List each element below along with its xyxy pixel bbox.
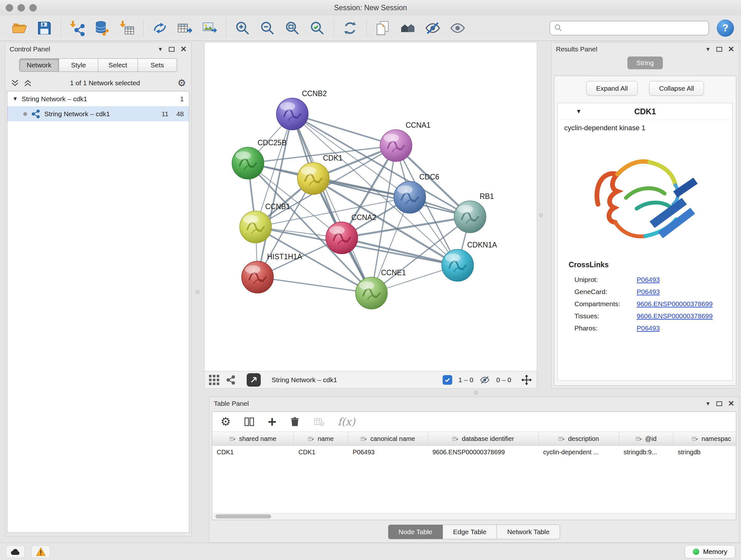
table-cell[interactable]: CDK1 — [294, 446, 348, 459]
warnings-button[interactable] — [31, 545, 51, 558]
expand-all-button[interactable]: Expand All — [586, 81, 637, 96]
column-header-shared-name[interactable]: shared name — [212, 432, 294, 446]
network-node-ccna2[interactable] — [326, 222, 358, 254]
panel-close-icon[interactable]: ✕ — [728, 45, 734, 53]
table-cell[interactable]: stringdb — [673, 446, 736, 459]
network-node-rb1[interactable] — [454, 201, 486, 233]
panel-float-icon[interactable] — [169, 47, 175, 52]
selected-checkbox-icon[interactable] — [443, 375, 452, 385]
search-input[interactable] — [565, 24, 704, 32]
crosslink-pharos[interactable]: P06493 — [636, 324, 660, 332]
table-settings-gear-icon[interactable]: ⚙ — [220, 416, 231, 428]
panel-float-icon[interactable] — [717, 47, 722, 52]
panel-collapse-icon[interactable]: ▼ — [705, 401, 711, 407]
copy-document-button[interactable] — [370, 17, 395, 39]
table-cell[interactable]: 9606.ENSP00000378699 — [428, 446, 539, 459]
column-header-canonical-name[interactable]: canonical name — [348, 432, 428, 446]
panel-collapse-icon[interactable]: ▼ — [158, 47, 163, 52]
tab-select[interactable]: Select — [98, 58, 138, 72]
save-session-button[interactable] — [32, 17, 57, 39]
column-header-description[interactable]: description — [539, 432, 619, 446]
share-network-icon[interactable] — [226, 375, 236, 385]
scrollbar-thumb[interactable] — [215, 514, 271, 518]
apply-layout-button[interactable] — [338, 17, 362, 39]
panel-close-icon[interactable]: ✕ — [728, 400, 734, 408]
horizontal-scrollbar[interactable] — [212, 513, 736, 520]
help-button[interactable]: ? — [717, 19, 734, 37]
network-edge[interactable] — [342, 238, 458, 265]
tab-edge-table[interactable]: Edge Table — [443, 524, 497, 539]
network-node-cdkn1a[interactable] — [442, 249, 474, 281]
network-canvas[interactable]: CCNB2CCNA1CDC25BCDK1CDC6RB1CCNB1CCNA2CDK… — [204, 42, 537, 371]
network-node-ccna1[interactable] — [380, 130, 412, 162]
export-image-button[interactable] — [197, 17, 222, 39]
column-header-name[interactable]: name — [294, 432, 348, 446]
network-node-ccne1[interactable] — [355, 277, 387, 309]
splitter-handle[interactable] — [196, 290, 199, 294]
network-edge[interactable] — [292, 114, 396, 145]
network-node-cdc6[interactable] — [394, 181, 426, 213]
splitter-handle[interactable] — [474, 391, 478, 395]
panel-float-icon[interactable] — [717, 401, 722, 406]
cloud-button[interactable] — [6, 545, 25, 558]
open-session-button[interactable] — [7, 17, 32, 39]
string-tab-badge[interactable]: String — [627, 57, 663, 69]
column-header-database-identifier[interactable]: database identifier — [428, 432, 539, 446]
tree-expander-icon[interactable]: ▼ — [12, 96, 18, 102]
function-builder-icon[interactable]: f(x) — [338, 416, 355, 428]
show-columns-icon[interactable] — [244, 416, 255, 428]
panel-close-icon[interactable]: ✕ — [180, 45, 187, 53]
panel-collapse-icon[interactable]: ▼ — [705, 47, 711, 52]
table-cell[interactable]: CDK1 — [212, 446, 294, 459]
import-network-database-button[interactable] — [90, 17, 115, 39]
import-table-button[interactable] — [115, 17, 139, 39]
hide-selected-button[interactable] — [420, 17, 445, 39]
expand-all-icon[interactable] — [23, 79, 32, 87]
fit-content-icon[interactable] — [521, 374, 532, 386]
section-expander-icon[interactable]: ▼ — [576, 108, 582, 115]
network-node-hist1h1a[interactable] — [242, 261, 273, 293]
crosslink-tissues[interactable]: 9606.ENSP00000378699 — [636, 312, 713, 320]
tab-node-table[interactable]: Node Table — [388, 524, 443, 539]
splitter-handle[interactable] — [539, 213, 543, 217]
column-header-namespac[interactable]: namespac — [673, 432, 736, 446]
birdseye-grid-icon[interactable] — [209, 375, 219, 385]
create-column-icon[interactable]: + — [268, 415, 276, 429]
export-table-button[interactable] — [172, 17, 197, 39]
tab-network[interactable]: Network — [19, 58, 59, 72]
collapse-all-button[interactable]: Collapse All — [649, 81, 704, 96]
network-edge[interactable] — [258, 277, 372, 293]
network-node-ccnb2[interactable] — [276, 98, 308, 130]
delete-column-icon[interactable] — [289, 416, 300, 428]
zoom-out-button[interactable] — [255, 17, 280, 39]
show-all-button[interactable] — [445, 17, 470, 39]
export-network-button[interactable] — [147, 17, 172, 39]
zoom-selected-button[interactable] — [305, 17, 330, 39]
delete-table-icon[interactable] — [313, 416, 325, 428]
zoom-in-button[interactable] — [230, 17, 255, 39]
table-cell[interactable]: P06493 — [348, 446, 428, 459]
network-edge[interactable] — [292, 114, 372, 293]
home-button[interactable] — [395, 17, 420, 39]
network-node-ccnb1[interactable] — [240, 211, 272, 243]
memory-button[interactable]: Memory — [685, 545, 735, 558]
tab-sets[interactable]: Sets — [138, 58, 178, 72]
crosslink-compartments[interactable]: 9606.ENSP00000378699 — [636, 300, 713, 308]
table-cell[interactable]: stringdb:9... — [619, 446, 673, 459]
import-network-file-button[interactable] — [65, 17, 90, 39]
open-in-browser-button[interactable] — [247, 373, 261, 387]
column-header-id[interactable]: @id — [619, 432, 673, 446]
gene-section-header[interactable]: ▼ CDK1 — [558, 103, 732, 120]
gear-icon[interactable]: ⚙ — [178, 78, 186, 88]
crosslink-genecard[interactable]: P06493 — [636, 288, 660, 296]
tab-network-table[interactable]: Network Table — [497, 524, 560, 539]
network-collection-row[interactable]: ▼ String Network – cdk1 1 — [7, 91, 189, 106]
zoom-fit-button[interactable] — [280, 17, 305, 39]
crosslink-uniprot[interactable]: P06493 — [636, 276, 660, 284]
table-cell[interactable]: cyclin-dependent ... — [539, 446, 619, 459]
network-row[interactable]: String Network – cdk1 11 48 — [7, 106, 189, 121]
network-node-cdk1[interactable] — [297, 163, 329, 194]
tab-style[interactable]: Style — [59, 58, 98, 72]
network-node-cdc25b[interactable] — [232, 147, 264, 179]
collapse-all-icon[interactable] — [10, 79, 20, 87]
